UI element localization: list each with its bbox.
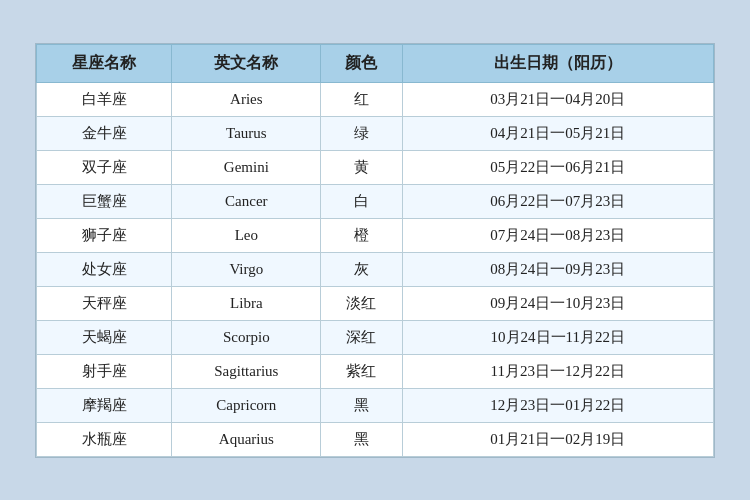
cell-color: 深红 <box>321 320 402 354</box>
cell-cn: 金牛座 <box>37 116 172 150</box>
table-row: 摩羯座Capricorn黑12月23日一01月22日 <box>37 388 714 422</box>
table-row: 处女座Virgo灰08月24日一09月23日 <box>37 252 714 286</box>
cell-color: 红 <box>321 82 402 116</box>
table-row: 金牛座Taurus绿04月21日一05月21日 <box>37 116 714 150</box>
cell-cn: 天秤座 <box>37 286 172 320</box>
header-color: 颜色 <box>321 44 402 82</box>
table-row: 天秤座Libra淡红09月24日一10月23日 <box>37 286 714 320</box>
cell-date: 05月22日一06月21日 <box>402 150 713 184</box>
header-date: 出生日期（阳历） <box>402 44 713 82</box>
table-row: 巨蟹座Cancer白06月22日一07月23日 <box>37 184 714 218</box>
cell-en: Taurus <box>172 116 321 150</box>
cell-en: Scorpio <box>172 320 321 354</box>
cell-color: 白 <box>321 184 402 218</box>
cell-date: 07月24日一08月23日 <box>402 218 713 252</box>
table-header-row: 星座名称 英文名称 颜色 出生日期（阳历） <box>37 44 714 82</box>
cell-date: 11月23日一12月22日 <box>402 354 713 388</box>
cell-cn: 白羊座 <box>37 82 172 116</box>
header-cn: 星座名称 <box>37 44 172 82</box>
cell-cn: 射手座 <box>37 354 172 388</box>
table-row: 天蝎座Scorpio深红10月24日一11月22日 <box>37 320 714 354</box>
cell-en: Aquarius <box>172 422 321 456</box>
table-row: 双子座Gemini黄05月22日一06月21日 <box>37 150 714 184</box>
cell-color: 淡红 <box>321 286 402 320</box>
cell-cn: 狮子座 <box>37 218 172 252</box>
zodiac-table: 星座名称 英文名称 颜色 出生日期（阳历） 白羊座Aries红03月21日一04… <box>36 44 714 457</box>
zodiac-table-container: 星座名称 英文名称 颜色 出生日期（阳历） 白羊座Aries红03月21日一04… <box>35 43 715 458</box>
cell-date: 10月24日一11月22日 <box>402 320 713 354</box>
cell-color: 灰 <box>321 252 402 286</box>
cell-date: 01月21日一02月19日 <box>402 422 713 456</box>
table-body: 白羊座Aries红03月21日一04月20日金牛座Taurus绿04月21日一0… <box>37 82 714 456</box>
table-row: 射手座Sagittarius紫红11月23日一12月22日 <box>37 354 714 388</box>
cell-date: 04月21日一05月21日 <box>402 116 713 150</box>
cell-date: 08月24日一09月23日 <box>402 252 713 286</box>
table-row: 狮子座Leo橙07月24日一08月23日 <box>37 218 714 252</box>
cell-en: Sagittarius <box>172 354 321 388</box>
cell-cn: 双子座 <box>37 150 172 184</box>
table-row: 白羊座Aries红03月21日一04月20日 <box>37 82 714 116</box>
cell-en: Cancer <box>172 184 321 218</box>
cell-date: 12月23日一01月22日 <box>402 388 713 422</box>
cell-en: Capricorn <box>172 388 321 422</box>
cell-color: 绿 <box>321 116 402 150</box>
cell-cn: 水瓶座 <box>37 422 172 456</box>
cell-color: 黄 <box>321 150 402 184</box>
cell-en: Leo <box>172 218 321 252</box>
cell-color: 橙 <box>321 218 402 252</box>
cell-cn: 巨蟹座 <box>37 184 172 218</box>
cell-color: 紫红 <box>321 354 402 388</box>
cell-cn: 摩羯座 <box>37 388 172 422</box>
cell-color: 黑 <box>321 422 402 456</box>
cell-date: 09月24日一10月23日 <box>402 286 713 320</box>
cell-color: 黑 <box>321 388 402 422</box>
cell-en: Virgo <box>172 252 321 286</box>
cell-cn: 处女座 <box>37 252 172 286</box>
table-row: 水瓶座Aquarius黑01月21日一02月19日 <box>37 422 714 456</box>
cell-en: Gemini <box>172 150 321 184</box>
cell-date: 03月21日一04月20日 <box>402 82 713 116</box>
cell-en: Aries <box>172 82 321 116</box>
cell-cn: 天蝎座 <box>37 320 172 354</box>
header-en: 英文名称 <box>172 44 321 82</box>
cell-en: Libra <box>172 286 321 320</box>
cell-date: 06月22日一07月23日 <box>402 184 713 218</box>
